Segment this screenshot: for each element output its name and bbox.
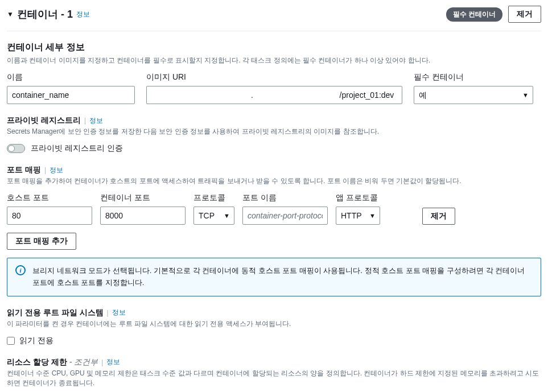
app-protocol-select[interactable]: HTTP (336, 207, 380, 225)
essential-badge: 필수 컨테이너 (446, 7, 502, 22)
port-info-link[interactable]: 정보 (50, 166, 63, 175)
bridge-mode-info: i 브리지 네트워크 모드가 선택됩니다. 기본적으로 각 컨테이너에 동적 호… (7, 258, 541, 296)
resource-info-link[interactable]: 정보 (106, 357, 120, 367)
port-desc: 포트 매핑을 추가하여 컨테이너가 호스트의 포트에 액세스하여 트래픽을 보내… (7, 176, 541, 186)
essential-label: 필수 컨테이너 (414, 72, 533, 82)
readonly-checkbox[interactable] (7, 337, 15, 345)
registry-info-link[interactable]: 정보 (89, 116, 103, 126)
image-uri-input[interactable] (146, 86, 402, 104)
readonly-info-link[interactable]: 정보 (112, 308, 126, 317)
divider: | (84, 117, 86, 125)
resource-title: 리소스 할당 제한 - 조건부 (7, 357, 98, 368)
divider: | (101, 358, 103, 366)
container-name-input[interactable] (7, 86, 135, 104)
image-uri-label: 이미지 URI (146, 72, 402, 82)
remove-container-button[interactable]: 제거 (508, 6, 541, 23)
bridge-info-text: 브리지 네트워크 모드가 선택됩니다. 기본적으로 각 컨테이너에 동적 호스트… (32, 265, 533, 289)
collapse-caret-icon[interactable]: ▼ (7, 10, 14, 18)
info-icon: i (15, 265, 26, 275)
host-port-label: 호스트 포트 (7, 193, 92, 203)
app-protocol-label: 앱 프로토콜 (336, 193, 380, 203)
protocol-label: 프로토콜 (193, 193, 234, 203)
port-mapping-section: 포트 매핑 | 정보 포트 매핑을 추가하여 컨테이너가 호스트의 포트에 액세… (7, 165, 541, 296)
container-port-label: 컨테이너 포트 (100, 193, 186, 203)
details-desc: 이름과 컨테이너 이미지를 지정하고 컨테이너를 필수로 표시할지 지정합니다.… (7, 56, 541, 65)
registry-toggle-label: 프라이빗 레지스트리 인증 (31, 143, 123, 154)
divider: | (44, 166, 46, 174)
readonly-desc: 이 파라미터를 켠 경우 컨테이너에는 루트 파일 시스템에 대한 읽기 전용 … (7, 319, 541, 329)
registry-title: 프라이빗 레지스트리 (7, 115, 81, 126)
essential-select[interactable]: 예 (414, 86, 533, 104)
resource-desc: 컨테이너 수준 CPU, GPU 및 메모리 제한은 태스크 수준 값과 다르며… (7, 369, 541, 388)
add-port-mapping-button[interactable]: 포트 매핑 추가 (7, 233, 76, 250)
resource-limits-section: 리소스 할당 제한 - 조건부 | 정보 컨테이너 수준 CPU, GPU 및 … (7, 357, 541, 392)
container-title: 컨테이너 - 1 (17, 7, 73, 21)
port-title: 포트 매핑 (7, 165, 41, 175)
private-registry-section: 프라이빗 레지스트리 | 정보 Secrets Manager에 보안 인증 정… (7, 115, 541, 154)
container-header: ▼ 컨테이너 - 1 정보 필수 컨테이너 제거 (7, 2, 541, 31)
readonly-title: 읽기 전용 루트 파일 시스템 (7, 308, 104, 318)
container-port-input[interactable] (100, 207, 186, 225)
readonly-checkbox-label: 읽기 전용 (19, 336, 53, 346)
divider: | (107, 309, 109, 317)
port-name-input[interactable] (242, 207, 328, 225)
readonly-root-section: 읽기 전용 루트 파일 시스템 | 정보 이 파라미터를 켠 경우 컨테이너에는… (7, 308, 541, 346)
port-name-label: 포트 이름 (242, 193, 328, 203)
registry-desc: Secrets Manager에 보안 인증 정보를 저장한 다음 보안 인증 … (7, 127, 541, 137)
private-registry-toggle[interactable] (7, 144, 25, 153)
container-details-section: 컨테이너 세부 정보 이름과 컨테이너 이미지를 지정하고 컨테이너를 필수로 … (7, 42, 541, 104)
name-label: 이름 (7, 72, 135, 82)
details-title: 컨테이너 세부 정보 (7, 42, 541, 53)
protocol-select[interactable]: TCP (193, 207, 234, 225)
host-port-input[interactable] (7, 207, 92, 225)
remove-port-button[interactable]: 제거 (422, 208, 455, 225)
header-info-link[interactable]: 정보 (76, 10, 90, 19)
